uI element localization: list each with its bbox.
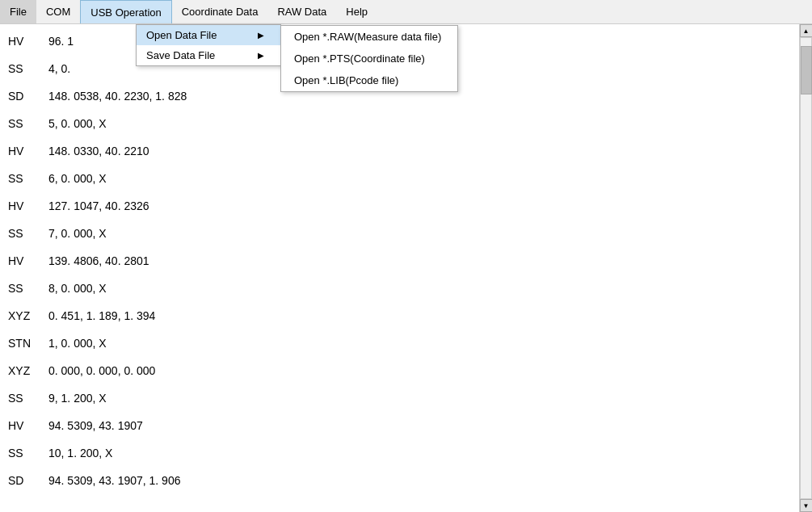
row-label: XYZ xyxy=(8,309,48,322)
row-value: 6, 0. 000, X xyxy=(48,172,107,185)
row-value: 4, 0. xyxy=(48,62,70,75)
row-label: STN xyxy=(8,337,48,350)
row-label: SD xyxy=(8,90,48,103)
row-value: 148. 0330, 40. 2210 xyxy=(48,145,149,157)
data-row: SS5, 0. 000, X xyxy=(0,110,799,137)
row-value: 94. 5309, 43. 1907 xyxy=(48,419,143,432)
row-label: HV xyxy=(8,419,48,432)
menu-com[interactable]: COM xyxy=(36,0,80,23)
open-lib-item[interactable]: Open *.LIB(Pcode file) xyxy=(281,69,457,91)
row-label: HV xyxy=(8,145,48,157)
menu-coordinate-data[interactable]: Coordinate Data xyxy=(172,0,268,23)
data-row: HV148. 0330, 40. 2210 xyxy=(0,137,799,165)
row-value: 7, 0. 000, X xyxy=(48,227,107,240)
data-row: SS9, 1. 200, X xyxy=(0,384,799,412)
row-label: XYZ xyxy=(8,364,48,377)
data-row: HV127. 1047, 40. 2326 xyxy=(0,192,799,220)
menu-help[interactable]: Help xyxy=(336,0,377,23)
data-area: HV96. 1SS4, 0.SD148. 0538, 40. 2230, 1. … xyxy=(0,24,799,512)
row-value: 0. 000, 0. 000, 0. 000 xyxy=(48,364,155,377)
row-value: 8, 0. 000, X xyxy=(48,282,107,295)
row-value: 9, 1. 200, X xyxy=(48,392,107,405)
row-label: HV xyxy=(8,199,48,212)
open-data-file-arrow: ▶ xyxy=(258,31,264,40)
row-label: HV xyxy=(8,254,48,267)
data-row: STN1, 0. 000, X xyxy=(0,329,799,357)
menu-file[interactable]: File xyxy=(0,0,36,23)
scrollbar-down-button[interactable]: ▼ xyxy=(800,499,813,512)
data-row: SS7, 0. 000, X xyxy=(0,220,799,247)
row-label: HV xyxy=(8,35,48,48)
row-label: SS xyxy=(8,227,48,240)
row-value: 1, 0. 000, X xyxy=(48,337,107,350)
usb-dropdown-menu: Open Data File ▶ Open *.RAW(Measure data… xyxy=(136,24,281,66)
main-content: HV96. 1SS4, 0.SD148. 0538, 40. 2230, 1. … xyxy=(0,24,812,512)
scrollbar-thumb[interactable] xyxy=(801,46,812,94)
row-value: 139. 4806, 40. 2801 xyxy=(48,254,149,267)
scrollbar-track[interactable] xyxy=(800,37,812,499)
row-value: 96. 1 xyxy=(48,35,74,48)
scrollbar: ▲ ▼ xyxy=(799,24,812,512)
open-data-file-item[interactable]: Open Data File ▶ xyxy=(137,25,280,45)
data-row: SD94. 5309, 43. 1907, 1. 906 xyxy=(0,467,799,494)
data-row: XYZ0. 451, 1. 189, 1. 394 xyxy=(0,302,799,329)
row-value: 5, 0. 000, X xyxy=(48,117,107,130)
save-data-file-label: Save Data File xyxy=(146,49,215,61)
row-label: SS xyxy=(8,447,48,460)
data-row: XYZ0. 000, 0. 000, 0. 000 xyxy=(0,357,799,384)
menu-raw-data[interactable]: RAW Data xyxy=(267,0,336,23)
open-raw-item[interactable]: Open *.RAW(Measure data file) xyxy=(281,26,457,48)
open-pts-item[interactable]: Open *.PTS(Coordinate file) xyxy=(281,48,457,69)
row-label: SS xyxy=(8,282,48,295)
row-value: 127. 1047, 40. 2326 xyxy=(48,199,149,212)
data-row: SS10, 1. 200, X xyxy=(0,439,799,467)
row-label: SS xyxy=(8,117,48,130)
save-data-file-arrow: ▶ xyxy=(258,51,264,60)
row-label: SD xyxy=(8,474,48,487)
data-row: SS6, 0. 000, X xyxy=(0,165,799,192)
menu-usb-operation[interactable]: USB Operation xyxy=(80,0,171,23)
row-label: SS xyxy=(8,172,48,185)
open-data-submenu: Open *.RAW(Measure data file) Open *.PTS… xyxy=(280,25,458,92)
row-value: 10, 1. 200, X xyxy=(48,447,112,460)
row-value: 0. 451, 1. 189, 1. 394 xyxy=(48,309,155,322)
data-row: HV139. 4806, 40. 2801 xyxy=(0,247,799,275)
row-label: SS xyxy=(8,392,48,405)
scrollbar-up-button[interactable]: ▲ xyxy=(800,24,813,37)
save-data-file-item[interactable]: Save Data File ▶ xyxy=(137,45,280,65)
open-data-file-wrapper: Open Data File ▶ Open *.RAW(Measure data… xyxy=(137,25,280,45)
row-label: SS xyxy=(8,62,48,75)
open-data-file-label: Open Data File xyxy=(146,29,217,41)
data-row: HV94. 5309, 43. 1907 xyxy=(0,412,799,439)
usb-dropdown: Open Data File ▶ Open *.RAW(Measure data… xyxy=(136,24,281,66)
row-value: 148. 0538, 40. 2230, 1. 828 xyxy=(48,90,187,103)
data-row: SS8, 0. 000, X xyxy=(0,275,799,302)
row-value: 94. 5309, 43. 1907, 1. 906 xyxy=(48,474,180,487)
menu-bar: File COM USB Operation Coordinate Data R… xyxy=(0,0,812,24)
